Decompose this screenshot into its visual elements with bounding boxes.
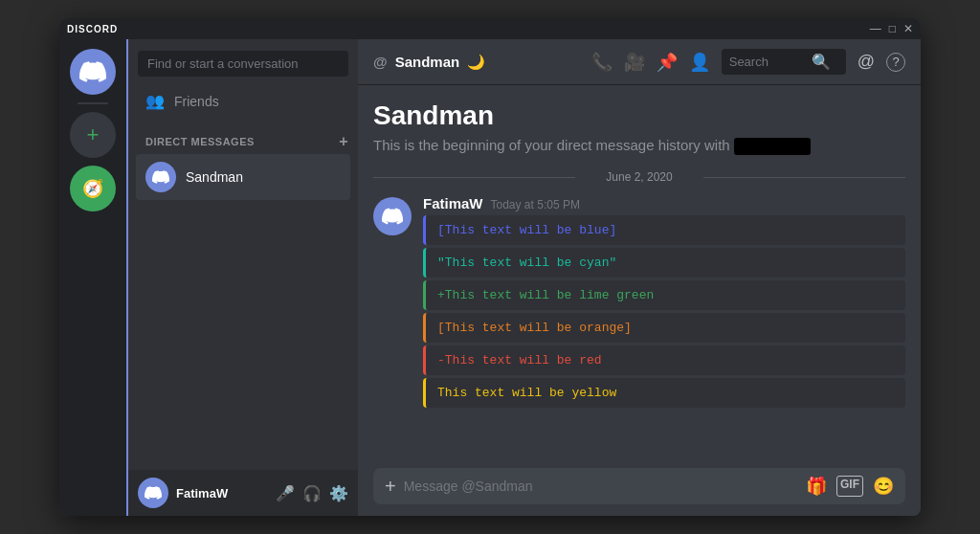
gift-icon[interactable]: 🎁 — [806, 476, 827, 497]
code-block-lime: +This text will be lime green — [423, 280, 905, 310]
find-conversation-input[interactable] — [138, 51, 348, 77]
add-server-icon[interactable]: + — [70, 112, 116, 158]
video-icon[interactable]: 🎥 — [624, 52, 645, 73]
message-content: FatimaW Today at 5:05 PM [This text will… — [423, 195, 905, 411]
code-block-yellow: This text will be yellow — [423, 378, 905, 408]
at-icon[interactable]: @ — [858, 52, 875, 72]
message-group: FatimaW Today at 5:05 PM [This text will… — [373, 195, 905, 411]
discord-home-icon[interactable] — [70, 49, 116, 95]
maximize-button[interactable]: □ — [889, 22, 896, 35]
search-bar: 🔍 — [722, 49, 846, 75]
server-divider — [78, 102, 108, 104]
close-button[interactable]: ✕ — [903, 22, 913, 35]
message-input-box: + 🎁 GIF 😊 — [373, 468, 905, 504]
add-dm-button[interactable]: + — [339, 133, 348, 150]
footer-controls: 🎤 🎧 ⚙️ — [276, 484, 348, 502]
search-icon: 🔍 — [812, 53, 831, 71]
messages-area: Sandman This is the beginning of your di… — [358, 85, 921, 456]
app-body: + 🧭 👥 Friends DIRECT MESSAGES + — [59, 39, 921, 516]
message-header: FatimaW Today at 5:05 PM — [423, 195, 905, 211]
message-author-avatar — [373, 197, 412, 235]
add-member-icon[interactable]: 👤 — [689, 52, 710, 73]
titlebar-brand: DISCORD — [67, 24, 118, 34]
headset-icon[interactable]: 🎧 — [302, 484, 322, 502]
at-symbol: @ — [373, 54, 388, 70]
sandman-avatar — [145, 162, 176, 192]
titlebar-controls: — □ ✕ — [870, 22, 913, 35]
channel-name-area: @ Sandman 🌙 — [373, 54, 485, 71]
current-username: FatimaW — [176, 486, 268, 501]
message-author-name: FatimaW — [423, 195, 483, 211]
code-block-red: -This text will be red — [423, 345, 905, 375]
user-settings-icon[interactable]: ⚙️ — [329, 484, 348, 502]
friends-icon: 👥 — [145, 92, 165, 110]
redacted-name — [734, 138, 811, 155]
help-icon[interactable]: ? — [886, 53, 905, 72]
current-user-avatar — [138, 478, 168, 508]
emoji-icon[interactable]: 😊 — [873, 476, 894, 497]
message-input[interactable] — [404, 468, 798, 504]
dm-section-label: DIRECT MESSAGES — [145, 136, 255, 147]
dm-search-area — [128, 39, 358, 84]
discord-window: DISCORD — □ ✕ + 🧭 👥 — [59, 18, 921, 516]
code-block-blue: [This text will be blue] — [423, 215, 905, 245]
welcome-title: Sandman — [373, 100, 905, 131]
titlebar: DISCORD — □ ✕ — [59, 18, 921, 39]
code-block-cyan: "This text will be cyan" — [423, 248, 905, 278]
main-content: @ Sandman 🌙 📞 🎥 📌 👤 🔍 @ ? — [358, 39, 921, 516]
add-attachment-icon[interactable]: + — [385, 476, 396, 498]
dm-item-sandman[interactable]: Sandman — [136, 154, 350, 200]
message-input-area: + 🎁 GIF 😊 — [358, 456, 921, 516]
dm-item-name: Sandman — [186, 169, 243, 185]
gif-button[interactable]: GIF — [836, 476, 863, 497]
moon-icon: 🌙 — [467, 54, 485, 71]
channel-header: @ Sandman 🌙 📞 🎥 📌 👤 🔍 @ ? — [358, 39, 921, 85]
dm-sidebar-footer: FatimaW 🎤 🎧 ⚙️ — [128, 470, 358, 516]
channel-title: Sandman — [395, 54, 460, 70]
call-icon[interactable]: 📞 — [591, 52, 612, 73]
friends-label: Friends — [174, 94, 219, 109]
header-icons: 📞 🎥 📌 👤 🔍 @ ? — [591, 49, 905, 75]
code-block-orange: [This text will be orange] — [423, 313, 905, 343]
message-timestamp: Today at 5:05 PM — [491, 198, 580, 211]
minimize-button[interactable]: — — [870, 22, 881, 35]
dm-section-header: DIRECT MESSAGES + — [128, 118, 358, 154]
server-rail: + 🧭 — [59, 39, 128, 516]
friends-nav-item[interactable]: 👥 Friends — [136, 84, 350, 118]
search-input[interactable] — [729, 55, 806, 69]
dm-sidebar: 👥 Friends DIRECT MESSAGES + Sandman Fati… — [128, 39, 358, 516]
date-divider: June 2, 2020 — [373, 170, 905, 184]
welcome-description: This is the beginning of your direct mes… — [373, 137, 905, 155]
explore-servers-icon[interactable]: 🧭 — [70, 166, 116, 211]
pin-icon[interactable]: 📌 — [657, 52, 678, 73]
input-right-icons: 🎁 GIF 😊 — [806, 476, 894, 497]
microphone-icon[interactable]: 🎤 — [276, 484, 295, 502]
channel-welcome: Sandman This is the beginning of your di… — [373, 100, 905, 155]
